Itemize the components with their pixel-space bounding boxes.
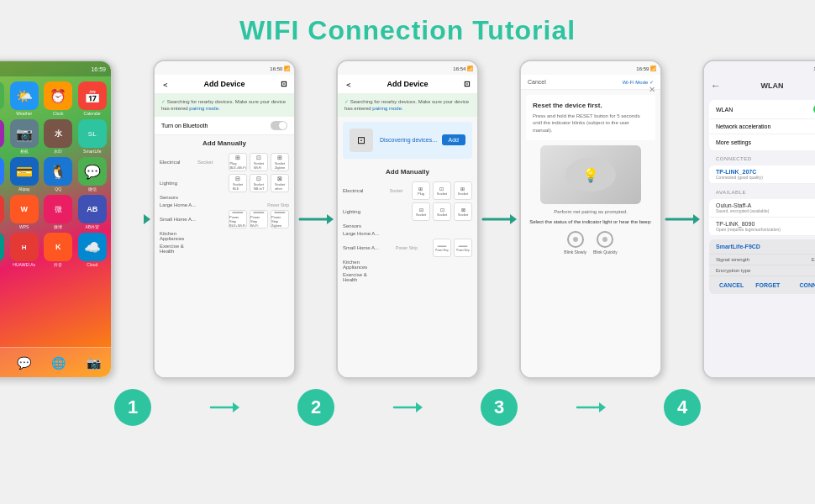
s5-more-settings-label: More settings (716, 139, 751, 145)
s5-signal-row: Signal strength Excellent (709, 254, 815, 265)
s5-expand-header: SmartLife-F9CD (709, 239, 815, 254)
s4-reset-box: Reset the device first. Press and hold t… (526, 95, 655, 140)
app-camera[interactable]: 📷 相机 (9, 119, 40, 154)
app-smartlife[interactable]: SL SmartLife (77, 119, 108, 154)
s3-socket-zbee[interactable]: ⊞Socket (454, 181, 472, 200)
s2-add-manually: Add Manually (155, 135, 294, 151)
s5-connected-section: TP-LINK_207C Connected (good quality) 📶 (709, 165, 815, 184)
s2-categories: Electrical Socket ⊞ PlugBLE+Wi-Fi ⊡ Sock… (155, 151, 294, 258)
device-nb[interactable]: ⊡ SocketNB-IoT (250, 174, 268, 192)
s5-action-buttons: CANCEL FORGET CONNECT (709, 276, 815, 294)
s4-reset-text: Press and hold the RESET button for 5 se… (533, 113, 649, 134)
app-k[interactable]: K 抖音 (43, 233, 74, 267)
device-ble[interactable]: ⊟ SocketBLE (229, 174, 247, 192)
s5-avail-wifi-1[interactable]: Oulun-Staff-A Saved, encrypted (availabl… (709, 199, 815, 218)
device-socket-zigbee[interactable]: ⊞ SocketZigbee (271, 153, 289, 171)
s2-back-icon[interactable]: ＜ (161, 80, 169, 91)
s4-close-icon[interactable]: ✕ (649, 85, 655, 94)
app-qq[interactable]: 🐧 QQ (43, 157, 74, 192)
app-ab[interactable]: AB AB外贸 (77, 195, 108, 229)
s5-more-settings-row[interactable]: More settings › (709, 134, 815, 150)
app-camtoly[interactable]: 🎥 Camtoly (0, 233, 6, 267)
s3-discovering-label: Discovering devices... (380, 137, 442, 143)
screen2-container: 16:50 📶 ＜ Add Device ⊡ ✓ Searching for n… (153, 60, 336, 379)
s2-bluetooth-toggle[interactable] (271, 121, 287, 130)
s4-cancel-btn[interactable]: Cancel (528, 79, 546, 85)
s2-notice: ✓ Searching for nearby devices. Make sur… (155, 94, 294, 117)
s5-cancel-button[interactable]: CANCEL (716, 281, 747, 290)
s5-forget-button[interactable]: FORGET (752, 281, 783, 290)
screen4-phone: 16:59 📶 Cancel Wi-Fi Mode ✓ Reset the de… (519, 60, 662, 379)
app-weibo[interactable]: 微 微博 (43, 195, 74, 229)
s3-notice: ✓ Searching for nearby devices. Make sur… (338, 94, 477, 117)
screen2-bg: 16:50 📶 ＜ Add Device ⊡ ✓ Searching for n… (155, 61, 294, 377)
device-socket-wifi[interactable]: ⊡ SocketWi-Fi (250, 153, 268, 171)
app-baidu[interactable]: 🐾 百度 (0, 157, 6, 192)
s5-expand-name: SmartLife-F9CD (716, 244, 760, 249)
app-wps[interactable]: W WPS (9, 195, 40, 229)
s4-header: Cancel Wi-Fi Mode ✓ (521, 75, 660, 90)
svg-marker-4 (233, 402, 239, 412)
app-notepad[interactable]: 📝 Notepad (0, 119, 6, 154)
svg-marker-5 (416, 402, 423, 412)
s3-back-icon[interactable]: ＜ (344, 80, 352, 91)
s5-back-icon[interactable]: ← (711, 80, 721, 92)
app-wechat[interactable]: 💬 微信 (77, 157, 108, 192)
s5-connected-status: Connected (good quality) (716, 175, 763, 180)
device-plug[interactable]: ⊞ PlugBLE+Wi-Fi (229, 153, 247, 171)
step-2: 2 (297, 389, 334, 426)
device-strip-zigbee[interactable]: ═══ Power StripZigbee (271, 210, 289, 228)
s3-add-button[interactable]: Add (442, 134, 465, 145)
s5-network-acc-row[interactable]: Network acceleration Off (709, 119, 815, 134)
s3-nb[interactable]: ⊡Socket (433, 202, 451, 221)
app-watermark[interactable]: 水 水印 (43, 119, 74, 154)
screen1-container: 16:59 🛡️ Optimizer 🌤️ Weather ⏰ (0, 60, 153, 379)
s2-scan-icon[interactable]: ⊡ (281, 80, 287, 88)
s3-strip-ble[interactable]: ═══Power Strip (433, 239, 451, 257)
app-clock[interactable]: ⏰ Clock (43, 81, 74, 116)
arrow-1 (113, 202, 153, 236)
s3-strip-wifi[interactable]: ═══Power Strip (454, 239, 472, 257)
s5-avail-sub-1: Saved, encrypted (available) (716, 208, 769, 213)
s5-signal-label: Signal strength (716, 257, 749, 262)
s3-plug[interactable]: ⊞Plug (412, 181, 430, 200)
app-huawei[interactable]: H HUAWEI As (9, 233, 40, 267)
s4-blink-quickly[interactable]: Blink Quickly (593, 231, 618, 255)
s3-ble[interactable]: ⊟Socket (412, 202, 430, 221)
app-cloud[interactable]: ☁️ Cloud (77, 233, 108, 267)
s5-signal-value: Excellent (812, 257, 815, 262)
s4-statusbar: 16:59 📶 (521, 61, 660, 75)
step-3: 3 (481, 389, 518, 426)
s2-bluetooth-row: Turn on Bluetooth (155, 117, 294, 135)
device-strip-wifi[interactable]: ═══ Power StripWi-Fi (250, 210, 268, 228)
s4-blink-slowly[interactable]: Blink Slowly (564, 231, 586, 255)
svg-marker-6 (599, 402, 606, 412)
screen4-bg: 16:59 📶 Cancel Wi-Fi Mode ✓ Reset the de… (521, 61, 660, 377)
screen5-bg: 16:59 📶🔋 ← WLAN ? WLAN Network accelerat… (704, 61, 815, 377)
cat-large: Large Home A... Power Strip (160, 202, 289, 207)
app-youdao[interactable]: 有道 有道 (0, 195, 6, 229)
screen3-container: 16:54 📶 ＜ Add Device ⊡ ✓ Searching for n… (336, 60, 519, 379)
app-calendar[interactable]: 📅 Calendar (77, 81, 108, 116)
s3-add-manually: Add Manually (338, 164, 477, 180)
s5-connected-wifi[interactable]: TP-LINK_207C Connected (good quality) 📶 (709, 165, 815, 184)
app-alipay[interactable]: 💳 Alipay (9, 157, 40, 192)
s2-title: Add Device (203, 80, 244, 88)
device-strip-ble[interactable]: ═══ Power StripBLE+Wi-Fi (229, 210, 247, 228)
s5-available-section: Oulun-Staff-A Saved, encrypted (availabl… (709, 199, 815, 236)
screen1-apps: 🛡️ Optimizer 🌤️ Weather ⏰ Clock 📅 (0, 76, 111, 272)
s5-avail-wifi-2[interactable]: TP-LINK_8090 Open (requires login/author… (709, 218, 815, 236)
s5-connect-button[interactable]: CONNECT (796, 281, 815, 290)
screen1-statusbar: 16:59 (0, 61, 111, 76)
step-arrow-3 (576, 398, 606, 417)
device-other[interactable]: ⊠ Socketother (271, 174, 289, 192)
s3-socket-wifi[interactable]: ⊡Socket (433, 181, 451, 200)
app-optimizer[interactable]: 🛡️ Optimizer (0, 81, 6, 116)
s4-select-text: Select the status of the indicator light… (521, 216, 660, 228)
s3-statusbar: 16:54 📶 (338, 61, 477, 75)
s3-scan-icon[interactable]: ⊡ (464, 80, 471, 88)
s3-categories: Electrical Socket ⊞Plug ⊡Socket ⊞Socket … (338, 180, 477, 286)
cat-small: Small Home A... ═══ Power StripBLE+Wi-Fi… (160, 210, 289, 228)
s3-other[interactable]: ⊠Socket (454, 202, 472, 221)
app-weather[interactable]: 🌤️ Weather (9, 81, 40, 116)
